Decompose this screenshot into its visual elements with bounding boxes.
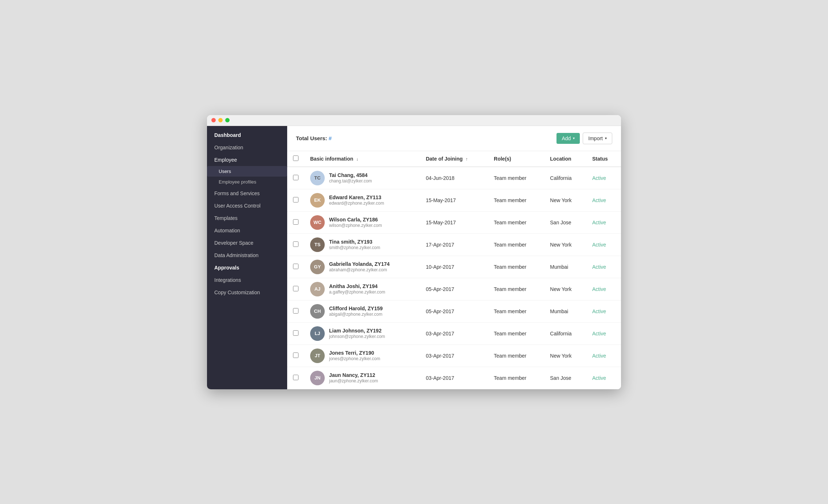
status-cell: Active [586,344,621,367]
sidebar-item-approvals[interactable]: Approvals [207,261,287,274]
row-checkbox-2[interactable] [293,197,298,202]
user-cell: WCWilson Carla, ZY186wilson@zphone.zylke… [304,211,420,233]
avatar: GY [310,260,325,274]
avatar: EK [310,193,325,208]
app-body: Dashboard Organization Employee Users Em… [207,126,621,389]
sidebar-item-employee[interactable]: Employee [207,154,287,166]
col-header-status[interactable]: Status [586,151,621,167]
user-cell: TCTai Chang, 4584chang.tai@zylker.com [304,167,420,189]
user-cell: JNJaun Nancy, ZY112jaun@zphone.zylker.co… [304,367,420,389]
location-cell: Mumbai [544,256,586,278]
sidebar-item-data-administration[interactable]: Data Administration [207,249,287,261]
sidebar-item-dashboard[interactable]: Dashboard [207,129,287,141]
minimize-button[interactable] [218,118,223,122]
col-header-location[interactable]: Location [544,151,586,167]
avatar: WC [310,215,325,230]
select-all-header [287,151,304,167]
date-joining-cell: 15-May-2017 [420,211,488,233]
location-cell: New York [544,278,586,300]
location-cell: New York [544,189,586,211]
user-name: Clifford Harold, ZY159 [329,306,383,311]
sidebar-item-users[interactable]: Users [207,166,287,177]
status-cell: Active [586,322,621,344]
sidebar-item-automation[interactable]: Automation [207,224,287,237]
user-email: wilson@zphone.zylker.com [329,223,382,228]
user-email: edward@zphone.zylker.com [329,201,384,206]
roles-cell: Team member [488,189,544,211]
user-cell: LJLiam Johnson, ZY192johnson@zphone.zylk… [304,322,420,344]
row-checkbox-7[interactable] [293,308,298,314]
sidebar-item-organization[interactable]: Organization [207,141,287,154]
total-users-value[interactable]: # [329,135,332,141]
user-cell: CHClifford Harold, ZY159abigail@zphone.z… [304,300,420,322]
import-button[interactable]: Import ▾ [583,133,612,144]
row-checkbox-3[interactable] [293,219,298,225]
user-name: Tai Chang, 4584 [329,172,372,178]
roles-cell: Team member [488,256,544,278]
row-checkbox-6[interactable] [293,286,298,291]
sidebar-item-developer-space[interactable]: Developer Space [207,237,287,249]
col-header-date-joining[interactable]: Date of Joining ↑ [420,151,488,167]
add-button[interactable]: Add ▾ [556,133,580,144]
sidebar-item-employee-profiles[interactable]: Employee profiles [207,177,287,187]
roles-cell: Team member [488,211,544,233]
status-cell: Active [586,278,621,300]
user-email: jaun@zphone.zylker.com [329,378,378,383]
status-cell: Active [586,233,621,256]
status-cell: Active [586,256,621,278]
avatar: TS [310,237,325,252]
select-all-checkbox[interactable] [293,155,298,161]
sort-arrow-date-joining: ↑ [465,157,468,162]
title-bar [207,115,621,126]
sort-arrow-basic-info: ↓ [356,157,358,162]
location-cell: San Jose [544,211,586,233]
status-cell: Active [586,211,621,233]
sidebar-item-integrations[interactable]: Integrations [207,274,287,286]
user-cell: JTJones Terri, ZY190jones@zphone.zylker.… [304,344,420,367]
location-cell: New York [544,344,586,367]
col-header-basic-info[interactable]: Basic information ↓ [304,151,420,167]
sidebar-item-user-access-control[interactable]: User Access Control [207,200,287,212]
location-cell: Mumbai [544,300,586,322]
table-row: GYGabriella Yolanda, ZY174abraham@zphone… [287,256,621,278]
user-name: Anitha Joshi, ZY194 [329,283,385,289]
row-checkbox-4[interactable] [293,241,298,247]
sidebar-item-forms-services[interactable]: Forms and Services [207,187,287,200]
row-checkbox-1[interactable] [293,175,298,180]
location-cell: San Jose [544,367,586,389]
sidebar-item-copy-customization[interactable]: Copy Customization [207,286,287,299]
table-row: JTJones Terri, ZY190jones@zphone.zylker.… [287,344,621,367]
user-name: Liam Johnson, ZY192 [329,328,385,334]
avatar: LJ [310,326,325,341]
user-email: jones@zphone.zylker.com [329,356,380,361]
date-joining-cell: 03-Apr-2017 [420,367,488,389]
user-name: Wilson Carla, ZY186 [329,217,382,223]
date-joining-cell: 05-Apr-2017 [420,300,488,322]
close-button[interactable] [211,118,216,122]
user-name: Jaun Nancy, ZY112 [329,372,378,378]
maximize-button[interactable] [225,118,230,122]
status-cell: Active [586,300,621,322]
roles-cell: Team member [488,367,544,389]
sidebar: Dashboard Organization Employee Users Em… [207,126,287,389]
add-chevron-icon: ▾ [573,136,575,140]
table-row: CHClifford Harold, ZY159abigail@zphone.z… [287,300,621,322]
date-joining-cell: 17-Apr-2017 [420,233,488,256]
total-users-label: Total Users: # [296,135,554,141]
row-checkbox-5[interactable] [293,264,298,269]
avatar: JT [310,349,325,363]
row-checkbox-cell [287,278,304,300]
row-checkbox-9[interactable] [293,353,298,358]
roles-cell: Team member [488,344,544,367]
user-email: chang.tai@zylker.com [329,178,372,184]
sidebar-item-templates[interactable]: Templates [207,212,287,224]
date-joining-cell: 10-Apr-2017 [420,256,488,278]
avatar: CH [310,304,325,319]
table-row: TSTina smith, ZY193smith@zphone.zylker.c… [287,233,621,256]
col-header-roles[interactable]: Role(s) [488,151,544,167]
row-checkbox-10[interactable] [293,375,298,380]
avatar: JN [310,371,325,385]
user-name: Gabriella Yolanda, ZY174 [329,261,390,267]
date-joining-cell: 04-Jun-2018 [420,167,488,189]
row-checkbox-8[interactable] [293,330,298,336]
